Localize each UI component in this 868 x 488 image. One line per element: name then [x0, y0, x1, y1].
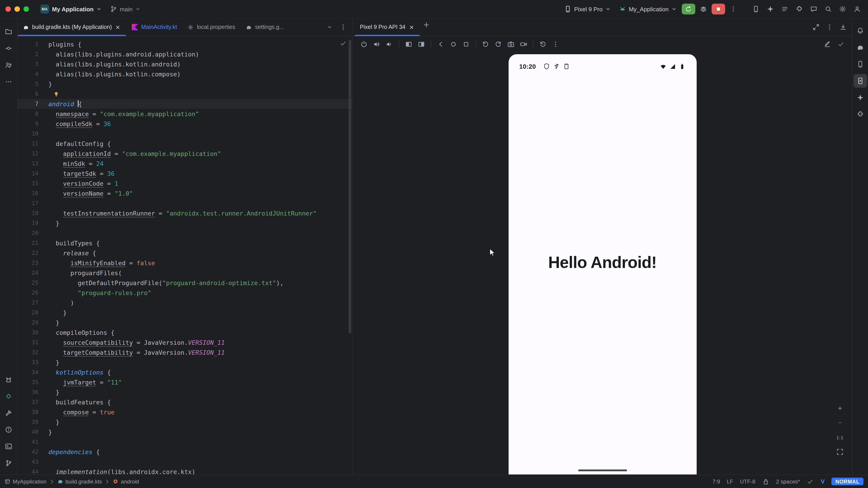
gemini-button[interactable]	[764, 3, 777, 15]
code-line[interactable]: 21 buildTypes {	[18, 238, 352, 248]
zoom-out-button[interactable]: −	[835, 418, 845, 427]
code-line[interactable]: 13 minSdk = 24	[18, 159, 352, 168]
code-line[interactable]: 28 }	[18, 308, 352, 318]
code-line[interactable]: 30 compileOptions {	[18, 328, 352, 337]
code-line[interactable]: 24 proguardFiles(	[18, 268, 352, 278]
code-line[interactable]: 38 compose = true	[18, 407, 352, 417]
rerun-button[interactable]	[682, 4, 695, 14]
back-button[interactable]	[435, 38, 447, 50]
code-line[interactable]: 26 "proguard-rules.pro"	[18, 288, 352, 298]
pull-requests-tool-button[interactable]	[2, 58, 16, 72]
editor-scrollbar[interactable]	[348, 40, 351, 333]
format-status-icon[interactable]	[807, 478, 814, 485]
device-manager-tool-button[interactable]	[854, 57, 867, 71]
code-line[interactable]: 3 alias(libs.plugins.kotlin.android)	[18, 59, 352, 69]
code-line[interactable]: 22 release {	[18, 248, 352, 258]
code-line[interactable]: 29 }	[18, 318, 352, 328]
code-line[interactable]: 10	[18, 129, 352, 139]
code-line[interactable]: 44 implementation(libs.androidx.core.ktx…	[18, 467, 352, 475]
code-line[interactable]: 14 targetSdk = 36	[18, 168, 352, 178]
hide-panel-button[interactable]	[837, 21, 849, 33]
project-tool-button[interactable]	[2, 25, 16, 38]
fit-to-window-button[interactable]	[835, 447, 845, 456]
gradle-tool-button[interactable]	[854, 41, 867, 54]
code-line[interactable]: 33 }	[18, 357, 352, 367]
code-line[interactable]: 39 }	[18, 417, 352, 427]
problems-tool-button[interactable]	[2, 423, 16, 436]
line-separator-widget[interactable]: LF	[727, 478, 733, 485]
restart-button[interactable]	[537, 38, 549, 50]
more-v-button[interactable]	[550, 38, 561, 50]
editor-tab[interactable]: MainActivity.kt	[126, 19, 182, 36]
close-icon[interactable]	[409, 24, 414, 30]
unfold-button[interactable]	[415, 38, 427, 50]
code-line[interactable]: 15 versionCode = 1	[18, 178, 352, 188]
run-configuration-selector[interactable]: My_Application	[616, 4, 680, 14]
code-line[interactable]: 17	[18, 198, 352, 208]
phone-screen[interactable]: 10:20 Hello Android!	[508, 54, 696, 475]
power-button[interactable]	[358, 38, 370, 50]
minimize-window-button[interactable]	[14, 6, 20, 12]
code-line[interactable]: 9 compileSdk = 36	[18, 119, 352, 129]
debug-button[interactable]	[697, 3, 710, 15]
rotate-right-button[interactable]	[492, 38, 504, 50]
vim-mode-badge[interactable]: NORMAL	[831, 478, 864, 485]
code-line[interactable]: 35 jvmTarget = "11"	[18, 377, 352, 387]
device-selector[interactable]: Pixel 9 Pro	[561, 4, 614, 14]
code-line[interactable]: 16 versionName = "1.0"	[18, 188, 352, 198]
code-line[interactable]: 41	[18, 437, 352, 447]
code-line[interactable]: 11 defaultConfig {	[18, 139, 352, 149]
overview-button[interactable]	[460, 38, 472, 50]
code-line[interactable]: 8 namespace = "com.example.myapplication…	[18, 109, 352, 119]
close-window-button[interactable]	[5, 6, 11, 12]
code-line[interactable]: 25 getDefaultProguardFile("proguard-andr…	[18, 278, 352, 288]
terminal-tool-button[interactable]	[2, 440, 16, 453]
fullscreen-window-button[interactable]	[24, 6, 29, 12]
settings-button[interactable]	[836, 3, 849, 15]
indent-style-widget[interactable]: 2 spaces*	[776, 478, 800, 485]
breadcrumb-project[interactable]: MyApplication	[4, 478, 46, 485]
plugins-button[interactable]	[793, 3, 806, 15]
code-line[interactable]: 23 isMinifyEnabled = false	[18, 258, 352, 268]
open-in-new-window-button[interactable]	[810, 21, 822, 33]
inspections-status-icon[interactable]	[340, 40, 347, 47]
code-line[interactable]: 5}	[18, 79, 352, 89]
code-line[interactable]: 4 alias(libs.plugins.kotlin.compose)	[18, 69, 352, 79]
gemini-tool-button[interactable]	[854, 91, 867, 104]
code-line[interactable]: 6	[18, 89, 352, 99]
editor-tab[interactable]: settings.g...	[241, 19, 289, 36]
record-button[interactable]	[518, 38, 529, 50]
more-run-actions-button[interactable]	[727, 3, 740, 15]
stop-button[interactable]	[712, 4, 725, 14]
running-devices-tool-button[interactable]	[854, 74, 867, 88]
todo-list-button[interactable]	[778, 3, 791, 15]
live-edit-button[interactable]	[822, 38, 833, 50]
code-editor[interactable]: 1plugins {2 alias(libs.plugins.android.a…	[18, 36, 352, 475]
code-line[interactable]: 37 buildFeatures {	[18, 397, 352, 407]
code-line[interactable]: 36 }	[18, 387, 352, 397]
code-line[interactable]: 2 alias(libs.plugins.android.application…	[18, 49, 352, 59]
live-edit-status-button[interactable]	[835, 38, 847, 50]
code-line[interactable]: 43	[18, 457, 352, 467]
add-device-button[interactable]	[420, 19, 433, 31]
fold-button[interactable]	[403, 38, 414, 50]
close-icon[interactable]	[115, 24, 121, 30]
code-line[interactable]: 34 kotlinOptions {	[18, 367, 352, 377]
code-line[interactable]: 27 )	[18, 298, 352, 308]
editor-tab[interactable]: build.gradle.kts (My Application)	[18, 19, 126, 36]
camera-button[interactable]	[505, 38, 517, 50]
file-encoding-widget[interactable]: UTF-8	[740, 478, 755, 485]
code-line[interactable]: 18 testInstrumentationRunner = "androidx…	[18, 208, 352, 218]
more-h-tool-button[interactable]	[2, 75, 16, 89]
breadcrumb-file[interactable]: build.gradle.kts	[57, 478, 102, 485]
messages-button[interactable]	[807, 3, 820, 15]
notifications-tool-button[interactable]	[854, 24, 867, 37]
code-line[interactable]: 12 applicationId = "com.example.myapplic…	[18, 149, 352, 159]
code-line[interactable]: 19 }	[18, 218, 352, 228]
home-button[interactable]	[447, 38, 459, 50]
code-line[interactable]: 32 targetCompatibility = JavaVersion.VER…	[18, 348, 352, 357]
volume-up-button[interactable]	[371, 38, 382, 50]
rotate-left-button[interactable]	[480, 38, 491, 50]
breadcrumb-element[interactable]: android	[113, 478, 139, 485]
code-line[interactable]: 1plugins {	[18, 39, 352, 49]
